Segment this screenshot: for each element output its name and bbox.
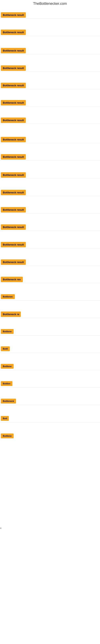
bottleneck-badge-9: Bottleneck result: [1, 154, 26, 160]
divider-18: [0, 318, 100, 318]
result-row-6: Bottleneck result: [0, 99, 100, 107]
divider-20: [0, 352, 100, 353]
bottleneck-badge-7: Bottleneck result: [1, 118, 26, 123]
bottleneck-badge-4: Bottleneck result: [1, 66, 26, 71]
result-row-21: Bottlene: [0, 363, 100, 370]
divider-8: [0, 143, 100, 143]
axis-label-main: 0: [0, 527, 1, 529]
result-row-19: Bottlene: [0, 328, 100, 336]
result-row-10: Bottleneck result: [0, 172, 100, 179]
divider-6: [0, 106, 100, 106]
result-row-15: Bottleneck result: [0, 258, 100, 266]
divider-21: [0, 370, 100, 370]
result-row-1: Bottleneck result: [0, 12, 100, 19]
bottleneck-badge-5: Bottleneck result: [1, 83, 26, 88]
page-wrapper: TheBottlenecker.com 0 Bottleneck resultB…: [0, 0, 100, 644]
bottleneck-badge-3: Bottleneck result: [1, 48, 26, 53]
result-row-12: Bottleneck result: [0, 206, 100, 214]
bottleneck-badge-2: Bottleneck result: [1, 30, 26, 35]
bottleneck-badge-8: Bottleneck result: [1, 137, 26, 142]
bottleneck-badge-18: Bottleneck re: [1, 312, 21, 317]
bottleneck-badge-19: Bottlene: [1, 329, 14, 334]
divider-17: [0, 300, 100, 301]
result-row-14: Bottleneck result: [0, 241, 100, 249]
divider-2: [0, 36, 100, 36]
divider-10: [0, 178, 100, 179]
bottleneck-badge-1: Bottleneck result: [1, 12, 26, 18]
divider-1: [0, 18, 100, 19]
bottleneck-badge-10: Bottleneck result: [1, 172, 26, 178]
divider-7: [0, 124, 100, 124]
bottleneck-badge-16: Bottleneck res: [1, 277, 23, 282]
bottleneck-badge-12: Bottleneck result: [1, 207, 26, 212]
result-row-11: Bottleneck result: [0, 189, 100, 197]
bottleneck-badge-22: Bottlen: [1, 381, 12, 386]
bottleneck-badge-21: Bottlene: [1, 364, 14, 369]
bottleneck-badge-6: Bottleneck result: [1, 100, 26, 106]
bottleneck-badge-24: Bott: [1, 416, 9, 421]
divider-24: [0, 422, 100, 422]
result-row-5: Bottleneck result: [0, 82, 100, 90]
divider-19: [0, 335, 100, 336]
bottleneck-badge-20: Bottl: [1, 346, 10, 351]
divider-11: [0, 196, 100, 196]
bottom-area: 0: [0, 523, 100, 644]
result-row-23: Bottleneck: [0, 398, 100, 405]
divider-12: [0, 213, 100, 214]
bottleneck-badge-23: Bottleneck: [1, 399, 16, 404]
divider-5: [0, 89, 100, 89]
bottleneck-badge-15: Bottleneck result: [1, 260, 26, 265]
divider-16: [0, 283, 100, 283]
result-row-8: Bottleneck result: [0, 136, 100, 144]
result-row-13: Bottleneck result: [0, 224, 100, 232]
result-row-4: Bottleneck result: [0, 64, 100, 72]
bottleneck-badge-17: Bottlenec: [1, 294, 15, 299]
result-row-20: Bottl: [0, 346, 100, 353]
bottleneck-badge-14: Bottleneck result: [1, 242, 26, 247]
result-row-3: Bottleneck result: [0, 47, 100, 55]
result-row-17: Bottlenec: [0, 294, 100, 301]
result-row-22: Bottlen: [0, 380, 100, 388]
result-row-25: Bottlene: [0, 433, 100, 440]
result-row-7: Bottleneck result: [0, 117, 100, 124]
result-row-2: Bottleneck result: [0, 29, 100, 37]
site-title: TheBottlenecker.com: [0, 0, 100, 8]
result-row-24: Bott: [0, 415, 100, 422]
result-row-9: Bottleneck result: [0, 153, 100, 161]
result-row-16: Bottleneck res: [0, 276, 100, 284]
bottleneck-badge-25: Bottlene: [1, 434, 14, 438]
bottleneck-badge-11: Bottleneck result: [1, 190, 26, 195]
bottleneck-badge-13: Bottleneck result: [1, 224, 26, 230]
result-row-18: Bottleneck re: [0, 311, 100, 318]
